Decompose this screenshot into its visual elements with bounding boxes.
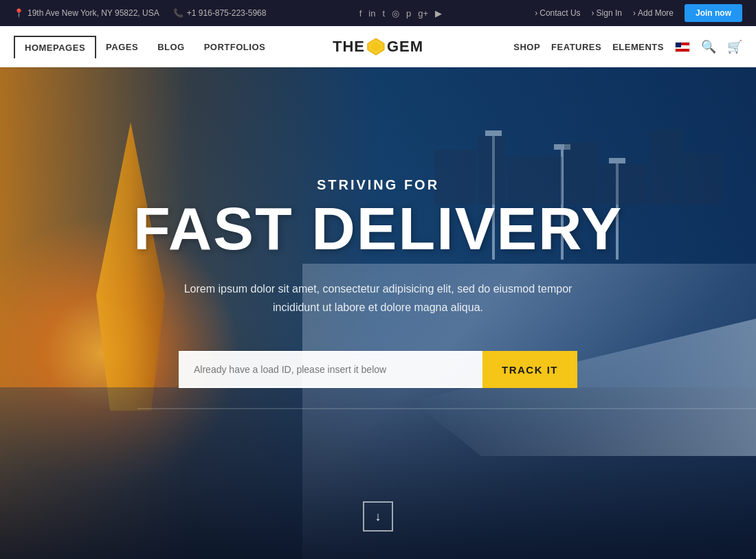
nav-shop[interactable]: SHOP <box>513 42 540 52</box>
hero-subtitle: STRIVING FOR <box>317 177 439 193</box>
join-button[interactable]: Join now <box>685 4 742 22</box>
logo-text-after: GEM <box>387 38 423 56</box>
nav-homepages[interactable]: HOMEPAGES <box>14 36 96 58</box>
nav-portfolios[interactable]: PORTFOLIOS <box>194 36 276 58</box>
top-bar-right: Contact Us Sign In Add More Join now <box>535 4 742 22</box>
track-button[interactable]: TRACK IT <box>482 351 577 388</box>
nav-elements[interactable]: ELEMENTS <box>612 42 664 52</box>
hero-description: Lorem ipsum dolor sit amet, consectetur … <box>172 280 584 317</box>
navbar: HOMEPAGES PAGES BLOG PORTFOLIOS THE GEM … <box>0 26 756 67</box>
phone-text: +1 916-875-223-5968 <box>187 8 267 18</box>
address-info: 📍 19th Ave New York, NY 95822, USA <box>14 8 159 18</box>
phone-info: 📞 +1 916-875-223-5968 <box>173 8 267 18</box>
hero-title: FAST DELIVERY <box>133 198 623 259</box>
location-icon: 📍 <box>14 8 24 18</box>
hero-section: STRIVING FOR FAST DELIVERY Lorem ipsum d… <box>0 67 756 559</box>
track-form: TRACK IT <box>179 351 577 388</box>
facebook-icon[interactable]: f <box>359 8 362 19</box>
pinterest-icon[interactable]: p <box>406 8 411 19</box>
top-bar-left: 📍 19th Ave New York, NY 95822, USA 📞 +1 … <box>14 8 266 18</box>
top-bar: 📍 19th Ave New York, NY 95822, USA 📞 +1 … <box>0 0 756 26</box>
address-text: 19th Ave New York, NY 95822, USA <box>27 8 159 18</box>
nav-features[interactable]: FEATURES <box>551 42 601 52</box>
logo-text-before: THE <box>333 38 365 56</box>
search-icon[interactable]: 🔍 <box>701 39 716 54</box>
social-icons: f in t ◎ p g+ ▶ <box>359 8 442 19</box>
more-link[interactable]: Add More <box>633 8 674 18</box>
hero-content: STRIVING FOR FAST DELIVERY Lorem ipsum d… <box>0 67 756 388</box>
logo-gem-icon <box>366 37 386 56</box>
nav-left: HOMEPAGES PAGES BLOG PORTFOLIOS <box>14 36 275 58</box>
scroll-down-button[interactable] <box>363 501 393 532</box>
nav-right: SHOP FEATURES ELEMENTS 🔍 🛒 <box>513 39 742 54</box>
nav-blog[interactable]: BLOG <box>148 36 194 58</box>
instagram-icon[interactable]: ◎ <box>392 8 399 19</box>
language-flag-icon[interactable] <box>675 42 690 52</box>
twitter-icon[interactable]: t <box>382 8 385 19</box>
nav-pages[interactable]: PAGES <box>96 36 148 58</box>
phone-icon: 📞 <box>173 8 184 18</box>
signin-link[interactable]: Sign In <box>592 8 622 18</box>
track-input[interactable] <box>179 351 482 388</box>
logo[interactable]: THE GEM <box>333 37 423 56</box>
linkedin-icon[interactable]: in <box>368 8 375 19</box>
cart-icon[interactable]: 🛒 <box>727 39 742 54</box>
googleplus-icon[interactable]: g+ <box>418 8 428 19</box>
youtube-icon[interactable]: ▶ <box>435 8 442 19</box>
contact-link[interactable]: Contact Us <box>535 8 580 18</box>
